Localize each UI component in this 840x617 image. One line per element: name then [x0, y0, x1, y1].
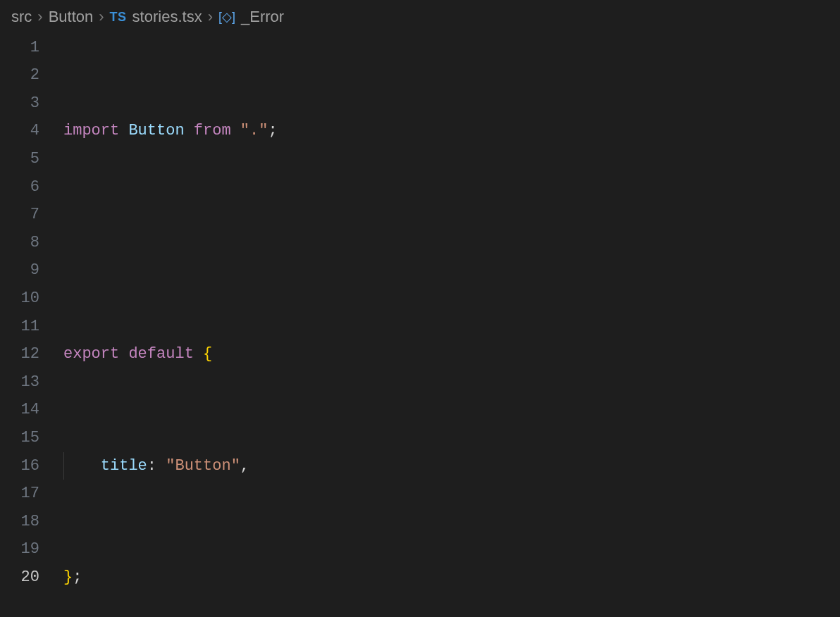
- line-number[interactable]: 13: [6, 368, 47, 397]
- line-number[interactable]: 4: [6, 117, 47, 145]
- line-number[interactable]: 2: [6, 61, 47, 89]
- punct-semicolon: ;: [73, 568, 82, 586]
- chevron-right-icon: ›: [37, 3, 42, 31]
- line-number[interactable]: 11: [6, 313, 47, 341]
- symbol-variable-icon: [◇]: [218, 6, 235, 28]
- punct-semicolon: ;: [268, 122, 277, 139]
- code-editor[interactable]: 1 2 3 4 5 6 7 8 9 10 11 12 13 14 15 16 1…: [0, 32, 840, 617]
- brace-close: }: [63, 568, 73, 586]
- punct-comma: ,: [240, 457, 249, 475]
- line-number-gutter: 1 2 3 4 5 6 7 8 9 10 11 12 13 14 15 16 1…: [6, 32, 47, 592]
- breadcrumb-item-src[interactable]: src: [11, 3, 32, 31]
- breadcrumb: src › Button › TS stories.tsx › [◇] _Err…: [0, 0, 840, 32]
- line-number[interactable]: 15: [6, 424, 47, 452]
- line-number[interactable]: 6: [6, 173, 47, 201]
- line-number[interactable]: 12: [6, 340, 47, 368]
- punct-colon: :: [147, 457, 156, 475]
- line-number[interactable]: 20: [6, 563, 47, 592]
- line-number[interactable]: 5: [6, 145, 47, 173]
- line-number[interactable]: 7: [6, 201, 47, 229]
- identifier: Button: [128, 122, 184, 139]
- string-literal: "Button": [166, 457, 240, 475]
- chevron-right-icon: ›: [208, 3, 213, 31]
- breadcrumb-item-file[interactable]: stories.tsx: [132, 3, 202, 31]
- line-number[interactable]: 16: [6, 452, 47, 480]
- breadcrumb-item-button[interactable]: Button: [49, 3, 94, 31]
- line-number[interactable]: 9: [6, 256, 47, 285]
- keyword-import: import: [63, 122, 119, 139]
- keyword-export: export: [63, 345, 119, 363]
- line-number[interactable]: 3: [6, 89, 47, 118]
- breadcrumb-item-symbol[interactable]: _Error: [241, 3, 284, 31]
- line-number[interactable]: 17: [6, 480, 47, 508]
- line-number[interactable]: 19: [6, 535, 47, 563]
- line-number[interactable]: 8: [6, 229, 47, 257]
- code-line[interactable]: import Button from ".";: [63, 117, 840, 145]
- keyword-default: default: [128, 345, 193, 363]
- line-number[interactable]: 18: [6, 508, 47, 536]
- line-number[interactable]: 1: [6, 34, 47, 62]
- code-area[interactable]: import Button from "."; export default {…: [47, 32, 840, 617]
- prop-key: title: [101, 457, 147, 475]
- line-number[interactable]: 10: [6, 285, 47, 313]
- brace-open: {: [203, 345, 212, 363]
- code-line[interactable]: export default {: [63, 340, 840, 368]
- chevron-right-icon: ›: [99, 3, 104, 31]
- code-line[interactable]: };: [63, 563, 840, 592]
- code-line[interactable]: [63, 229, 840, 257]
- code-line[interactable]: title: "Button",: [63, 452, 840, 480]
- string-literal: ".": [240, 122, 268, 139]
- typescript-file-icon: TS: [110, 6, 127, 28]
- keyword-from: from: [194, 122, 231, 139]
- line-number[interactable]: 14: [6, 396, 47, 424]
